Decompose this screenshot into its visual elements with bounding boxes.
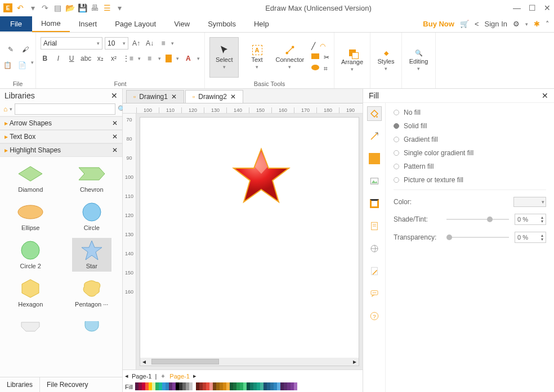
lib-cat-textbox[interactable]: ▸ Text Box✕ xyxy=(0,130,122,143)
fill-tab-layers[interactable] xyxy=(367,196,382,211)
shape-star[interactable]: Star xyxy=(72,238,111,272)
fill-tab-picture[interactable] xyxy=(367,174,382,188)
sign-in-link[interactable]: Sign In xyxy=(485,20,507,28)
editing-button[interactable]: 🔍Editing▾ xyxy=(406,40,431,81)
shape-circle[interactable]: Circle xyxy=(72,200,111,233)
shrink-font-icon[interactable]: A↓ xyxy=(144,38,155,49)
close-icon[interactable]: ✕ xyxy=(112,133,118,141)
paste-icon[interactable]: 📄 xyxy=(16,60,28,71)
connector-tool-button[interactable]: Connector▾ xyxy=(275,37,305,78)
fill-opt-single-gradient[interactable]: Single color gradient fill xyxy=(394,149,546,157)
shape-diamond[interactable]: Diamond xyxy=(11,161,50,195)
qat-more[interactable]: ▾ xyxy=(115,3,124,12)
shade-value[interactable]: 0 %▴▾ xyxy=(515,214,546,225)
numbering-icon[interactable]: ≡ xyxy=(145,53,154,64)
superscript-button[interactable]: x² xyxy=(109,53,118,64)
shape-hexagon[interactable]: Hexagon xyxy=(11,276,50,310)
fill-tab-shadow[interactable] xyxy=(367,151,382,166)
close-icon[interactable]: ✕ xyxy=(542,91,548,100)
arc-icon[interactable]: ◠ xyxy=(320,42,325,50)
bold-button[interactable]: B xyxy=(41,53,50,64)
scrollbar-horizontal[interactable]: ◂▸ xyxy=(140,358,359,366)
transparency-slider[interactable] xyxy=(446,237,509,238)
fill-tab-doc[interactable] xyxy=(367,219,382,233)
underline-button[interactable]: U xyxy=(67,53,76,64)
fill-tab-pen[interactable] xyxy=(367,264,382,278)
page-tab-2[interactable]: Page-1 xyxy=(169,373,189,380)
align-icon[interactable]: ≡ xyxy=(158,38,169,49)
canvas-page[interactable]: ◂▸ xyxy=(140,117,359,366)
rect-shape-icon[interactable] xyxy=(311,53,319,59)
ellipse-shape-icon[interactable] xyxy=(311,65,319,70)
page-tab-1[interactable]: Page-1 xyxy=(132,373,151,380)
select-tool-button[interactable]: Select▾ xyxy=(209,37,239,78)
font-size-select[interactable]: 10▾ xyxy=(105,37,128,49)
new-doc-icon[interactable]: ▤ xyxy=(53,3,62,12)
line-icon[interactable]: ╱ xyxy=(311,42,315,50)
save-icon[interactable]: 💾 xyxy=(78,3,87,12)
list-icon[interactable]: ☰ xyxy=(102,3,111,12)
libraries-close-icon[interactable]: ✕ xyxy=(111,91,118,100)
shape-extra2[interactable] xyxy=(72,314,111,339)
lib-cat-highlight[interactable]: ▸ Highlight Shapes✕ xyxy=(0,143,122,157)
text-tool-button[interactable]: A Text▾ xyxy=(242,37,271,78)
shape-extra1[interactable] xyxy=(11,314,50,339)
tab-file-recovery[interactable]: File Recovery xyxy=(40,377,95,392)
grow-font-icon[interactable]: A↑ xyxy=(131,38,142,49)
shape-circle2[interactable]: Circle 2 xyxy=(11,238,50,272)
color-palette[interactable] xyxy=(135,382,297,391)
fill-tab-globe[interactable] xyxy=(367,241,382,256)
shape-pentagon[interactable]: Pentagon ··· xyxy=(72,276,111,310)
fill-opt-none[interactable]: No fill xyxy=(394,109,546,116)
font-color-icon[interactable]: A xyxy=(184,53,193,64)
library-search-input[interactable] xyxy=(15,103,115,115)
share-icon[interactable]: < xyxy=(475,20,479,28)
styles-button[interactable]: ◆Styles▾ xyxy=(375,40,397,81)
buy-now-link[interactable]: Buy Now xyxy=(423,20,454,28)
fill-opt-gradient[interactable]: Gradient fill xyxy=(394,136,546,143)
doc-tab-1[interactable]: ▫Drawing1✕ xyxy=(126,90,184,103)
italic-button[interactable]: I xyxy=(54,53,63,64)
fill-tab-line[interactable] xyxy=(367,129,382,143)
close-icon[interactable]: ✕ xyxy=(171,93,177,101)
home-icon[interactable]: ⌂ xyxy=(3,105,7,113)
fill-opt-solid[interactable]: Solid fill xyxy=(394,122,546,130)
cart-icon[interactable]: 🛒 xyxy=(460,20,469,28)
redo-icon[interactable]: ↷ xyxy=(41,3,50,12)
prev-page-icon[interactable]: ◂ xyxy=(125,372,128,380)
maximize-icon[interactable]: ☐ xyxy=(529,3,536,12)
fill-tab-help[interactable]: ? xyxy=(367,309,382,323)
close-icon[interactable]: ✕ xyxy=(112,119,118,127)
undo-icon[interactable]: ↶ xyxy=(16,3,25,12)
highlight-icon[interactable] xyxy=(166,55,172,62)
clipboard-icon[interactable]: 📋 xyxy=(2,60,13,71)
arrange-button[interactable]: Arrange▾ xyxy=(339,40,365,81)
shape-chevron[interactable]: Chevron xyxy=(72,161,111,195)
pinwheel-icon[interactable]: ✱ xyxy=(534,20,540,28)
fill-opt-picture[interactable]: Picture or texture fill xyxy=(394,176,546,184)
brush-icon[interactable]: 🖌 xyxy=(20,44,31,55)
font-family-select[interactable]: Arial▾ xyxy=(41,37,102,49)
transparency-value[interactable]: 0 %▴▾ xyxy=(515,232,546,243)
strike-button[interactable]: abc xyxy=(81,53,91,64)
menu-help[interactable]: Help xyxy=(245,16,278,31)
menu-symbols[interactable]: Symbols xyxy=(199,16,245,31)
close-icon[interactable]: ✕ xyxy=(230,93,236,101)
tab-libraries[interactable]: Libraries xyxy=(0,377,40,392)
next-page-icon[interactable]: ▸ xyxy=(193,372,196,380)
open-icon[interactable]: 📂 xyxy=(65,3,74,12)
gear-icon[interactable]: ⚙ xyxy=(513,20,520,28)
bullets-icon[interactable]: ⋮≡ xyxy=(123,53,133,64)
cut-icon[interactable]: ✂ xyxy=(324,53,329,61)
menu-page-layout[interactable]: Page Layout xyxy=(106,16,165,31)
close-icon[interactable]: ✕ xyxy=(544,3,551,12)
canvas-star-shape[interactable] xyxy=(230,146,292,208)
menu-home[interactable]: Home xyxy=(32,16,70,32)
subscript-button[interactable]: x₂ xyxy=(96,53,105,64)
collapse-ribbon-icon[interactable]: ˄ xyxy=(546,20,549,28)
close-icon[interactable]: ✕ xyxy=(112,146,118,154)
shade-slider[interactable] xyxy=(446,219,509,220)
minimize-icon[interactable]: — xyxy=(513,3,521,12)
color-picker[interactable]: ▾ xyxy=(513,197,546,207)
fill-tab-comment[interactable] xyxy=(367,286,382,301)
